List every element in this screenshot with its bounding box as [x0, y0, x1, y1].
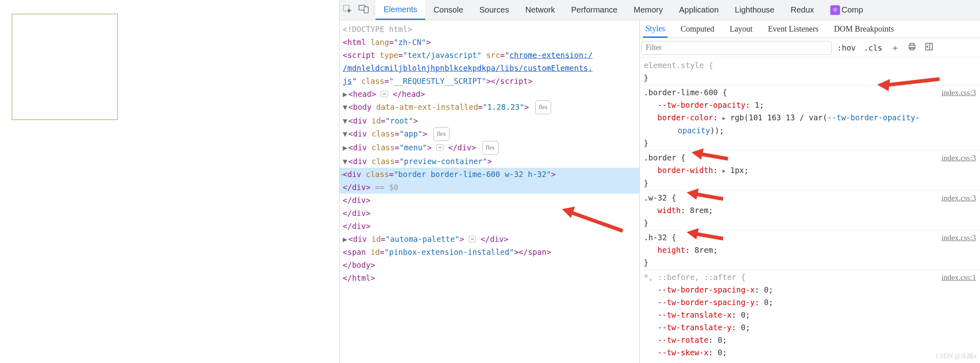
subtab-layout[interactable]: Layout — [727, 20, 755, 38]
rule-universal[interactable]: index.css:1 *, ::before, ::after { --tw-… — [640, 270, 980, 360]
tab-sources[interactable]: Sources — [471, 0, 517, 20]
dom-automa[interactable]: ▶<div id="automa-palette"> ⋯ </div> — [339, 233, 639, 246]
tab-performance[interactable]: Performance — [563, 0, 626, 20]
dom-selected-element[interactable]: ⋯<div class="border border-lime-600 w-32… — [339, 168, 639, 181]
flex-badge[interactable]: flex — [433, 127, 450, 141]
svg-rect-2 — [364, 7, 368, 13]
ellipsis-icon[interactable]: ⋯ — [436, 144, 443, 151]
dom-script-src-2: /mdnleldcmiljblolnjhpnblkcekpdkpa/libs/c… — [339, 62, 639, 75]
styles-rules-list: element.style { } index.css:3 .border-li… — [640, 58, 980, 363]
dom-doctype: <!DOCTYPE html> — [343, 25, 412, 34]
annotation-arrow-icon — [687, 188, 727, 203]
source-link[interactable]: index.css:3 — [942, 152, 976, 164]
dom-close-root[interactable]: </div> — [339, 220, 639, 233]
subtab-dom-breakpoints[interactable]: DOM Breakpoints — [832, 20, 896, 38]
rule-w-32[interactable]: index.css:3 .w-32 { width: 8rem; } — [640, 191, 980, 231]
dom-html-open[interactable]: <html lang="zh-CN"> — [339, 36, 639, 49]
dom-script-open[interactable]: <script type="text/javascript" src="chro… — [339, 49, 639, 62]
page-preview — [0, 0, 339, 363]
source-link[interactable]: index.css:1 — [942, 271, 976, 284]
tab-memory[interactable]: Memory — [626, 0, 671, 20]
styles-subtabs: Styles Computed Layout Event Listeners D… — [640, 20, 980, 38]
dom-close-html[interactable]: </html> — [339, 271, 639, 284]
styles-panel: Styles Computed Layout Event Listeners D… — [640, 20, 980, 363]
dom-close-preview[interactable]: </div> — [339, 194, 639, 207]
watermark-text: CSDN @乐闻x — [936, 352, 977, 361]
rule-border-lime-600[interactable]: index.css:3 .border-lime-600 { --tw-bord… — [640, 85, 980, 151]
rule-element-style[interactable]: element.style { } — [640, 58, 980, 85]
dom-selected-close[interactable]: </div> == $0 — [339, 181, 639, 194]
tab-lighthouse[interactable]: Lighthouse — [727, 0, 783, 20]
print-media-icon[interactable] — [905, 42, 919, 53]
computed-sidebar-icon[interactable] — [922, 42, 936, 53]
flex-badge[interactable]: flex — [482, 141, 498, 155]
dom-preview-container[interactable]: ▼<div class="preview-container"> — [339, 155, 639, 168]
tab-redux[interactable]: Redux — [783, 0, 822, 20]
source-link[interactable]: index.css:3 — [942, 231, 976, 244]
tab-elements[interactable]: Elements — [375, 0, 425, 20]
dom-close-body[interactable]: </body> — [339, 258, 639, 271]
subtab-computed[interactable]: Computed — [678, 20, 717, 38]
subtab-event-listeners[interactable]: Event Listeners — [766, 20, 821, 38]
new-style-rule-icon[interactable]: ＋ — [888, 42, 902, 54]
dom-root[interactable]: ▼<div id="root"> — [339, 114, 639, 127]
styles-filter-input[interactable] — [641, 41, 832, 55]
tab-network[interactable]: Network — [517, 0, 563, 20]
dom-menu[interactable]: ▶<div class="menu"> ⋯ </div> flex — [339, 141, 639, 155]
annotation-arrow-icon — [687, 228, 727, 243]
rule-h-32[interactable]: index.css:3 .h-32 { height: 8rem; } — [640, 231, 980, 270]
preview-element-box — [12, 14, 118, 120]
selection-marker-icon: ⋯ — [341, 168, 346, 181]
dom-script-src-3: js" class="__REQUESTLY__SCRIPT"></script… — [339, 75, 639, 88]
hov-toggle[interactable]: :hov — [835, 43, 858, 52]
cls-toggle[interactable]: .cls — [861, 43, 885, 52]
devtools-panel: Elements Console Sources Network Perform… — [339, 0, 980, 363]
styles-filter-row: :hov .cls ＋ — [640, 38, 980, 58]
dom-head[interactable]: ▶<head> ⋯ </head> — [339, 88, 639, 100]
source-link[interactable]: index.css:3 — [942, 86, 976, 99]
svg-rect-5 — [910, 43, 914, 45]
source-link[interactable]: index.css:3 — [942, 192, 976, 204]
annotation-arrow-icon — [692, 148, 732, 163]
device-toolbar-icon[interactable] — [356, 4, 372, 16]
tab-application[interactable]: Application — [671, 0, 727, 20]
dom-close-app[interactable]: </div> — [339, 207, 639, 220]
react-icon: ⚛ — [830, 5, 840, 15]
flex-badge[interactable]: flex — [535, 100, 552, 114]
ellipsis-icon[interactable]: ⋯ — [469, 236, 476, 242]
tab-components[interactable]: ⚛Comp — [822, 0, 871, 20]
ellipsis-icon[interactable]: ⋯ — [381, 91, 388, 97]
dom-span[interactable]: <span id="pinbox-extension-installed"></… — [339, 246, 639, 258]
dom-body-open[interactable]: ▼<body data-atm-ext-installed="1.28.23">… — [339, 100, 639, 114]
tab-console[interactable]: Console — [425, 0, 471, 20]
devtools-tabbar: Elements Console Sources Network Perform… — [339, 0, 980, 20]
elements-tree[interactable]: <!DOCTYPE html> <html lang="zh-CN"> <scr… — [339, 20, 640, 363]
tab-components-label: Comp — [842, 5, 863, 15]
subtab-styles[interactable]: Styles — [643, 20, 668, 38]
rule-border[interactable]: index.css:3 .border { border-width: ▶ 1p… — [640, 151, 980, 191]
inspect-element-icon[interactable] — [339, 4, 356, 16]
dom-app[interactable]: ▼<div class="app"> flex — [339, 127, 639, 141]
